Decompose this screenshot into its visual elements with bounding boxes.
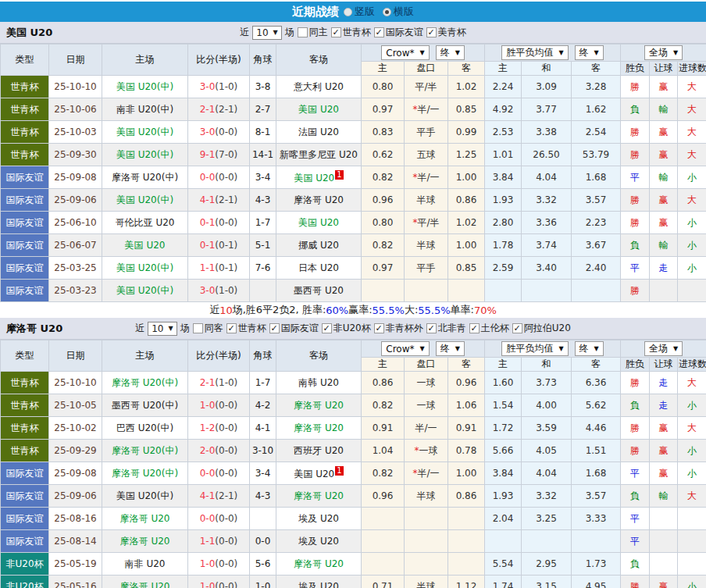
match-count-select[interactable]: 10▼ bbox=[148, 322, 176, 336]
dropdown-wrap: Crow*▼终▼ bbox=[362, 45, 483, 60]
home-team-link[interactable]: 摩洛哥 U20(中) bbox=[102, 372, 188, 394]
match-date: 25-10-10 bbox=[49, 76, 102, 98]
avg-win: 2.53 bbox=[485, 121, 522, 144]
away-team-link[interactable]: 墨西哥 U20 bbox=[276, 280, 362, 302]
fulltime-score: 1-0 bbox=[200, 558, 216, 569]
scope-select[interactable]: 全场▼ bbox=[644, 341, 683, 356]
away-team-link[interactable]: 挪威 U20 bbox=[276, 234, 362, 257]
checkbox-icon[interactable] bbox=[269, 323, 280, 333]
match-type-cell: 世青杯 bbox=[1, 372, 49, 394]
away-team-link[interactable]: 意大利 U20 bbox=[276, 76, 362, 98]
home-team-link[interactable]: 巴西 U20(中) bbox=[102, 417, 188, 440]
away-team-name: 摩洛哥 U20 bbox=[294, 422, 344, 433]
scope-select[interactable]: 全场▼ bbox=[644, 45, 683, 60]
home-team-link[interactable]: 摩洛哥 U20(中) bbox=[102, 462, 188, 485]
handicap-line: 半球 bbox=[405, 234, 448, 257]
home-team-link[interactable]: 美国 U20(中) bbox=[102, 280, 188, 302]
score-cell: 1-0(0-0) bbox=[188, 394, 250, 417]
away-team-link[interactable]: 埃及 U20 bbox=[276, 508, 362, 530]
away-team-link[interactable]: 新喀里多尼亚 U20 bbox=[276, 144, 362, 166]
away-team-link[interactable]: 埃及 U20 bbox=[276, 576, 362, 588]
radio-horizontal-layout[interactable]: 横版 bbox=[383, 5, 414, 19]
home-team-link[interactable]: 摩洛哥 U20 bbox=[102, 530, 188, 553]
away-team-link[interactable]: 南韩 U20 bbox=[276, 372, 362, 394]
league-filter[interactable]: 国际友谊 bbox=[269, 322, 319, 335]
home-team-link[interactable]: 美国 U20(中) bbox=[102, 189, 188, 212]
league-filter[interactable]: 非U20杯 bbox=[322, 322, 371, 335]
home-team-link[interactable]: 美国 U20(中) bbox=[102, 121, 188, 144]
home-team-link[interactable]: 美国 U20(中) bbox=[102, 76, 188, 98]
summary-segment: 60% bbox=[326, 305, 348, 316]
league-filter[interactable]: 北非青 bbox=[426, 322, 466, 335]
home-team-link[interactable]: 美国 U20(中) bbox=[102, 144, 188, 166]
match-date: 25-09-29 bbox=[49, 440, 102, 462]
checkbox-icon[interactable] bbox=[298, 27, 308, 37]
checkbox-icon[interactable] bbox=[331, 27, 341, 37]
layout-radio-group: 竖版 横版 bbox=[344, 5, 414, 19]
bookmaker-select[interactable]: Crow*▼ bbox=[381, 45, 429, 60]
league-filter-label: 世青杯 bbox=[238, 322, 266, 335]
home-team-link[interactable]: 美国 U20(中) bbox=[102, 257, 188, 280]
away-team-link[interactable]: 美国 U20 bbox=[276, 98, 362, 121]
bookmaker-select[interactable]: Crow*▼ bbox=[381, 341, 429, 356]
checkbox-icon[interactable] bbox=[512, 323, 522, 333]
away-team-link[interactable]: 摩洛哥 U20 bbox=[276, 189, 362, 212]
away-team-link[interactable]: 埃及 U20 bbox=[276, 530, 362, 553]
avg-draw: 4.00 bbox=[522, 394, 572, 417]
avg-select[interactable]: 胜平负均值▼ bbox=[501, 45, 568, 60]
home-team-link[interactable]: 摩洛哥 U20(中) bbox=[102, 166, 188, 189]
avg-time-select[interactable]: 终▼ bbox=[575, 341, 604, 356]
checkbox-icon[interactable] bbox=[322, 323, 332, 333]
radio-vertical-layout[interactable]: 竖版 bbox=[344, 5, 375, 19]
checkbox-icon[interactable] bbox=[226, 323, 237, 333]
away-team-link[interactable]: 美国 U201 bbox=[276, 462, 362, 485]
home-team-link[interactable]: 墨西哥 U20(中) bbox=[102, 394, 188, 417]
checkbox-icon[interactable] bbox=[374, 27, 384, 37]
league-filter[interactable]: 世青杯 bbox=[331, 26, 371, 39]
result-wdl: 平 bbox=[621, 508, 650, 530]
checkbox-icon[interactable] bbox=[374, 323, 384, 333]
league-filter[interactable]: 世青杯 bbox=[226, 322, 266, 335]
odds-time-select[interactable]: 终▼ bbox=[436, 45, 465, 60]
home-team-link[interactable]: 南非 U20 bbox=[102, 553, 188, 576]
result-handicap bbox=[650, 553, 678, 576]
away-team-link[interactable]: 美国 U20 bbox=[276, 212, 362, 234]
league-filter[interactable]: 非青杯外 bbox=[374, 322, 423, 335]
handicap-line bbox=[405, 530, 448, 553]
away-team-link[interactable]: 法国 U20 bbox=[276, 121, 362, 144]
home-team-link[interactable]: 哥伦比亚 U20 bbox=[102, 212, 188, 234]
checkbox-icon[interactable] bbox=[426, 323, 437, 333]
home-team-link[interactable]: 南非 U20(中) bbox=[102, 98, 188, 121]
league-filter[interactable]: 阿拉伯U20 bbox=[512, 322, 571, 335]
checkbox-icon[interactable] bbox=[193, 323, 203, 333]
home-team-link[interactable]: 美国 U20 bbox=[102, 234, 188, 257]
league-filter[interactable]: 土伦杯 bbox=[469, 322, 509, 335]
match-count-value: 10 bbox=[152, 323, 163, 334]
away-team-link[interactable]: 摩洛哥 U20 bbox=[276, 553, 362, 576]
league-filter[interactable]: 国际友谊 bbox=[374, 26, 423, 39]
league-filter[interactable]: 美青杯 bbox=[426, 26, 466, 39]
away-team-link[interactable]: 日本 U20 bbox=[276, 257, 362, 280]
same-venue-filter[interactable]: 同客 bbox=[193, 322, 223, 335]
away-team-link[interactable]: 摩洛哥 U20 bbox=[276, 394, 362, 417]
home-team-link[interactable]: 摩洛哥 U20(中) bbox=[102, 440, 188, 462]
match-type-cell: 非U20杯 bbox=[1, 576, 49, 588]
fulltime-score: 0-1 bbox=[200, 240, 216, 251]
avg-time-select[interactable]: 终▼ bbox=[575, 45, 604, 60]
odds-away: 1.06 bbox=[448, 394, 485, 417]
away-team-link[interactable]: 西班牙 U20 bbox=[276, 440, 362, 462]
match-count-select[interactable]: 10▼ bbox=[252, 26, 281, 40]
handicap-line: 平/半 bbox=[405, 76, 448, 98]
checkbox-icon[interactable] bbox=[426, 27, 437, 37]
same-venue-filter[interactable]: 同主 bbox=[298, 26, 328, 39]
avg-select[interactable]: 胜平负均值▼ bbox=[501, 341, 568, 356]
handicap-line: *半/一 bbox=[405, 166, 448, 189]
home-team-link[interactable]: 摩洛哥 U20 bbox=[102, 576, 188, 588]
checkbox-icon[interactable] bbox=[469, 323, 480, 333]
away-team-link[interactable]: 摩洛哥 U20 bbox=[276, 485, 362, 508]
home-team-link[interactable]: 美国 U20(中) bbox=[102, 485, 188, 508]
home-team-link[interactable]: 摩洛哥 U20 bbox=[102, 508, 188, 530]
away-team-link[interactable]: 美国 U201 bbox=[276, 166, 362, 189]
away-team-link[interactable]: 摩洛哥 U20 bbox=[276, 417, 362, 440]
odds-time-select[interactable]: 终▼ bbox=[436, 341, 465, 356]
